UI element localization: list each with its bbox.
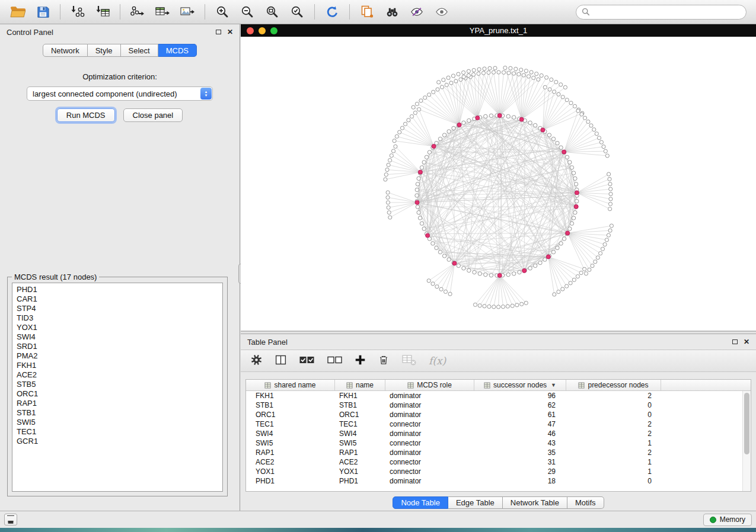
show-columns-button[interactable] bbox=[275, 354, 287, 368]
mcds-result-item[interactable]: SWI5 bbox=[17, 418, 218, 427]
tab-edge-table[interactable]: Edge Table bbox=[448, 496, 503, 509]
node-table-header: shared name name MCDS role successor nod… bbox=[246, 380, 751, 391]
float-panel-icon[interactable] bbox=[216, 30, 221, 34]
export-table-button[interactable] bbox=[151, 2, 174, 21]
show-graphics-details-button[interactable] bbox=[430, 2, 454, 21]
column-header-name[interactable]: name bbox=[335, 380, 385, 390]
network-window-titlebar[interactable]: YPA_prune.txt_1 bbox=[241, 24, 756, 37]
import-network-button[interactable] bbox=[66, 2, 90, 21]
tab-select[interactable]: Select bbox=[121, 44, 158, 57]
export-image-icon bbox=[180, 5, 195, 19]
tab-mcds[interactable]: MCDS bbox=[158, 44, 197, 57]
copy-document-button[interactable] bbox=[355, 2, 379, 21]
tab-node-table[interactable]: Node Table bbox=[393, 496, 448, 509]
checked-boxes-icon bbox=[299, 354, 315, 366]
open-session-button[interactable] bbox=[6, 2, 30, 21]
mcds-result-item[interactable]: TID3 bbox=[17, 313, 218, 323]
search-box[interactable] bbox=[576, 5, 747, 20]
find-button[interactable] bbox=[380, 2, 404, 21]
mcds-result-item[interactable]: PMA2 bbox=[17, 351, 218, 361]
zoom-out-button[interactable] bbox=[235, 2, 259, 21]
zoom-fit-button[interactable] bbox=[260, 2, 284, 21]
table-cell: 46 bbox=[474, 430, 566, 438]
table-row[interactable]: SWI4SWI4dominator462 bbox=[246, 429, 751, 438]
table-toolbar: f(x) bbox=[241, 350, 756, 372]
mcds-result-item[interactable]: GCR1 bbox=[17, 437, 218, 446]
tab-motifs[interactable]: Motifs bbox=[567, 496, 604, 509]
table-scrollbar-thumb[interactable] bbox=[744, 393, 749, 454]
mcds-result-item[interactable]: FKH1 bbox=[17, 361, 218, 370]
mcds-result-item[interactable]: RAP1 bbox=[17, 399, 218, 408]
mcds-result-item[interactable]: STP4 bbox=[17, 304, 218, 313]
tab-style[interactable]: Style bbox=[88, 44, 121, 57]
eye-icon bbox=[434, 5, 449, 18]
delete-table-button[interactable] bbox=[401, 354, 417, 368]
mcds-result-item[interactable]: CAR1 bbox=[17, 294, 218, 304]
close-panel-icon[interactable]: ✕ bbox=[227, 28, 233, 36]
table-row[interactable]: TEC1TEC1connector472 bbox=[246, 419, 751, 429]
save-session-button[interactable] bbox=[31, 2, 55, 21]
select-all-columns-button[interactable] bbox=[299, 354, 315, 368]
table-row[interactable]: ORC1ORC1dominator610 bbox=[246, 410, 751, 419]
float-table-panel-icon[interactable] bbox=[732, 339, 738, 344]
status-bar: Memory bbox=[0, 511, 756, 528]
table-row[interactable]: ACE2ACE2connector311 bbox=[246, 457, 751, 467]
toolbar-separator bbox=[60, 4, 60, 20]
deselect-all-columns-button[interactable] bbox=[327, 354, 343, 368]
control-panel-title: Control Panel bbox=[7, 28, 53, 37]
close-table-panel-icon[interactable]: ✕ bbox=[744, 338, 749, 345]
memory-button[interactable]: Memory bbox=[703, 514, 752, 526]
table-row[interactable]: FKH1FKH1dominator962 bbox=[246, 391, 751, 400]
table-cell: dominator bbox=[385, 430, 474, 438]
tab-network-table[interactable]: Network Table bbox=[503, 496, 567, 509]
mcds-result-item[interactable]: STB5 bbox=[17, 380, 218, 389]
column-header-shared-name[interactable]: shared name bbox=[246, 380, 335, 390]
close-panel-button[interactable]: Close panel bbox=[123, 108, 183, 122]
hide-graphics-details-button[interactable] bbox=[405, 2, 429, 21]
mcds-result-item[interactable]: ORC1 bbox=[17, 389, 218, 399]
apply-layout-button[interactable] bbox=[320, 2, 344, 21]
table-cell: 2 bbox=[566, 392, 661, 400]
table-row[interactable]: RAP1RAP1dominator352 bbox=[246, 448, 751, 457]
mcds-result-item[interactable]: TEC1 bbox=[17, 427, 218, 437]
mcds-result-item[interactable]: ACE2 bbox=[17, 370, 218, 380]
create-column-button[interactable] bbox=[355, 354, 366, 367]
column-header-successor-nodes[interactable]: successor nodes ▼ bbox=[474, 380, 566, 390]
chevron-down-icon[interactable]: ▼ bbox=[551, 382, 556, 388]
optimization-criterion-select[interactable]: largest connected component (undirected)… bbox=[27, 86, 213, 101]
zoom-in-button[interactable] bbox=[210, 2, 234, 21]
column-header-predecessor-nodes[interactable]: predecessor nodes bbox=[566, 380, 661, 390]
zoom-selected-button[interactable] bbox=[285, 2, 309, 21]
mcds-result-item[interactable]: STB1 bbox=[17, 408, 218, 418]
mcds-result-item[interactable]: PHD1 bbox=[17, 285, 218, 294]
table-cell: STB1 bbox=[246, 401, 335, 409]
optimization-criterion-label: Optimization criterion: bbox=[0, 72, 240, 81]
run-mcds-button[interactable]: Run MCDS bbox=[57, 108, 115, 122]
table-cell: FKH1 bbox=[335, 392, 385, 400]
mcds-result-item[interactable]: YOX1 bbox=[17, 323, 218, 332]
mcds-result-list[interactable]: PHD1CAR1STP4TID3YOX1SWI4SRD1PMA2FKH1ACE2… bbox=[12, 283, 223, 492]
task-history-button[interactable] bbox=[4, 514, 17, 525]
table-row[interactable]: YOX1YOX1connector291 bbox=[246, 467, 751, 476]
network-canvas[interactable] bbox=[241, 37, 756, 332]
table-row[interactable]: SWI5SWI5connector431 bbox=[246, 438, 751, 448]
search-input[interactable] bbox=[594, 8, 741, 16]
mcds-result-item[interactable]: SRD1 bbox=[17, 342, 218, 351]
control-panel-tabs: Network Style Select MCDS bbox=[0, 44, 240, 57]
table-cell: PHD1 bbox=[335, 477, 385, 485]
tab-network[interactable]: Network bbox=[43, 44, 88, 57]
export-network-button[interactable] bbox=[126, 2, 149, 21]
column-sort-icon bbox=[484, 382, 490, 389]
mcds-result-item[interactable]: SWI4 bbox=[17, 332, 218, 342]
function-builder-button[interactable]: f(x) bbox=[429, 355, 446, 367]
column-header-mcds-role[interactable]: MCDS role bbox=[385, 380, 474, 390]
table-scrollbar[interactable] bbox=[742, 391, 751, 491]
table-row[interactable]: PHD1PHD1dominator180 bbox=[246, 476, 751, 486]
table-row[interactable]: STB1STB1dominator620 bbox=[246, 400, 751, 410]
table-cell: 1 bbox=[566, 467, 661, 476]
export-image-button[interactable] bbox=[176, 2, 199, 21]
table-settings-button[interactable] bbox=[250, 354, 263, 368]
toolbar-separator bbox=[205, 4, 205, 20]
import-table-button[interactable] bbox=[91, 2, 114, 21]
delete-column-button[interactable] bbox=[378, 354, 390, 368]
